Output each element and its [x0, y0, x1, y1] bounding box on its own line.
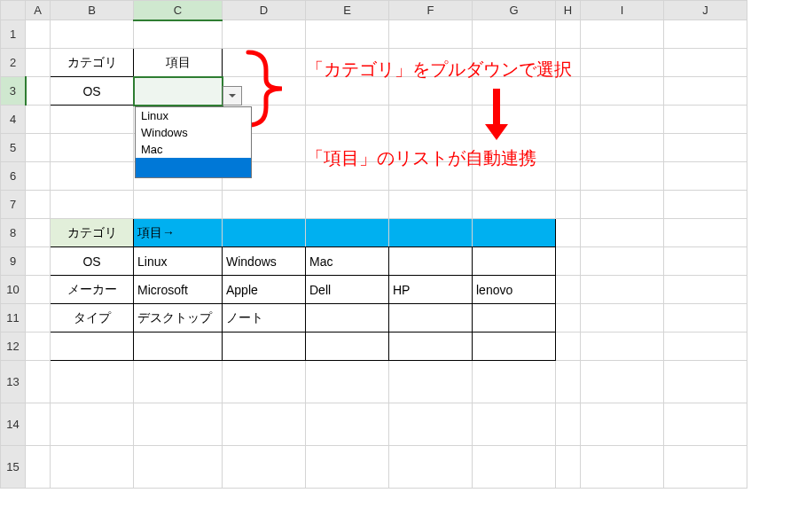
row-header-8[interactable]: 8 [1, 219, 26, 247]
cell-G10[interactable]: lenovo [473, 276, 556, 304]
cell-F8[interactable] [389, 219, 473, 247]
annotation-text-2: 「項目」のリストが自動連携 [306, 146, 536, 170]
row-header-4[interactable]: 4 [1, 106, 26, 134]
row-header-14[interactable]: 14 [1, 403, 26, 446]
col-header-A[interactable]: A [26, 1, 51, 20]
cell-B10[interactable]: メーカー [51, 276, 134, 304]
cell-C8-table-item-header[interactable]: 項目→ [134, 219, 223, 247]
row-12: 12 [1, 332, 747, 361]
cell-D8[interactable] [223, 219, 306, 247]
cell-G9[interactable] [473, 247, 556, 276]
row-header-5[interactable]: 5 [1, 134, 26, 162]
col-header-F[interactable]: F [389, 1, 473, 20]
cell-C12[interactable] [134, 332, 223, 361]
col-header-E[interactable]: E [306, 1, 389, 20]
cell-G8[interactable] [473, 219, 556, 247]
cell-B11[interactable]: タイプ [51, 304, 134, 332]
row-14: 14 [1, 403, 747, 446]
cell-C11[interactable]: デスクトップ [134, 304, 223, 332]
cell-E8[interactable] [306, 219, 389, 247]
row-header-10[interactable]: 10 [1, 276, 26, 304]
cell-G12[interactable] [473, 332, 556, 361]
col-header-D[interactable]: D [223, 1, 306, 20]
annotation-text-1: 「カテゴリ」をプルダウンで選択 [306, 58, 572, 82]
cell-F11[interactable] [389, 304, 473, 332]
cell-E12[interactable] [306, 332, 389, 361]
row-header-1[interactable]: 1 [1, 20, 26, 49]
cell-E10[interactable]: Dell [306, 276, 389, 304]
row-header-12[interactable]: 12 [1, 332, 26, 361]
select-all-corner[interactable] [1, 1, 26, 20]
row-7: 7 [1, 191, 747, 219]
row-9: 9 OS Linux Windows Mac [1, 247, 747, 276]
row-10: 10 メーカー Microsoft Apple Dell HP lenovo [1, 276, 747, 304]
cell-D11[interactable]: ノート [223, 304, 306, 332]
col-header-B[interactable]: B [51, 1, 134, 20]
dropdown-option[interactable]: Windows [136, 124, 251, 141]
dropdown-option[interactable]: Linux [136, 107, 251, 124]
row-header-11[interactable]: 11 [1, 304, 26, 332]
row-11: 11 タイプ デスクトップ ノート [1, 304, 747, 332]
row-13: 13 [1, 361, 747, 403]
col-header-I[interactable]: I [581, 1, 664, 20]
cell-C3-item-value[interactable] [134, 77, 223, 106]
cell-C2-item-header[interactable]: 項目 [134, 49, 223, 77]
dropdown-list[interactable]: Linux Windows Mac [135, 106, 252, 178]
col-header-J[interactable]: J [664, 1, 747, 20]
cell-D9[interactable]: Windows [223, 247, 306, 276]
row-4: 4 [1, 106, 747, 134]
dropdown-button[interactable] [223, 86, 242, 106]
row-header-3[interactable]: 3 [1, 77, 26, 106]
row-8: 8 カテゴリ 項目→ [1, 219, 747, 247]
row-15: 15 [1, 446, 747, 489]
row-header-15[interactable]: 15 [1, 446, 26, 489]
spreadsheet-view: A B C D E F G H I J 1 2 カテゴリ 項目 3 OS 4 5 [0, 0, 798, 532]
column-header-row: A B C D E F G H I J [1, 1, 747, 20]
svg-rect-0 [493, 89, 500, 124]
row-header-2[interactable]: 2 [1, 49, 26, 77]
cell-G11[interactable] [473, 304, 556, 332]
cell-C10[interactable]: Microsoft [134, 276, 223, 304]
dropdown-option-highlighted[interactable] [136, 158, 251, 177]
cell-C9[interactable]: Linux [134, 247, 223, 276]
cell-B8-table-cat-header[interactable]: カテゴリ [51, 219, 134, 247]
col-header-G[interactable]: G [473, 1, 556, 20]
cell-B2-category-header[interactable]: カテゴリ [51, 49, 134, 77]
row-header-13[interactable]: 13 [1, 361, 26, 403]
dropdown-option[interactable]: Mac [136, 141, 251, 158]
cell-E11[interactable] [306, 304, 389, 332]
col-header-H[interactable]: H [556, 1, 581, 20]
chevron-down-icon [228, 91, 237, 100]
cell-B9[interactable]: OS [51, 247, 134, 276]
row-header-6[interactable]: 6 [1, 162, 26, 191]
cell-F12[interactable] [389, 332, 473, 361]
arrow-down-icon [483, 89, 510, 142]
cell-B12[interactable] [51, 332, 134, 361]
cell-F10[interactable]: HP [389, 276, 473, 304]
cell-D12[interactable] [223, 332, 306, 361]
cell-F9[interactable] [389, 247, 473, 276]
row-1: 1 [1, 20, 747, 49]
cell-E9[interactable]: Mac [306, 247, 389, 276]
row-header-9[interactable]: 9 [1, 247, 26, 276]
cell-D10[interactable]: Apple [223, 276, 306, 304]
row-header-7[interactable]: 7 [1, 191, 26, 219]
col-header-C[interactable]: C [134, 1, 223, 20]
cell-B3-category-value[interactable]: OS [51, 77, 134, 106]
